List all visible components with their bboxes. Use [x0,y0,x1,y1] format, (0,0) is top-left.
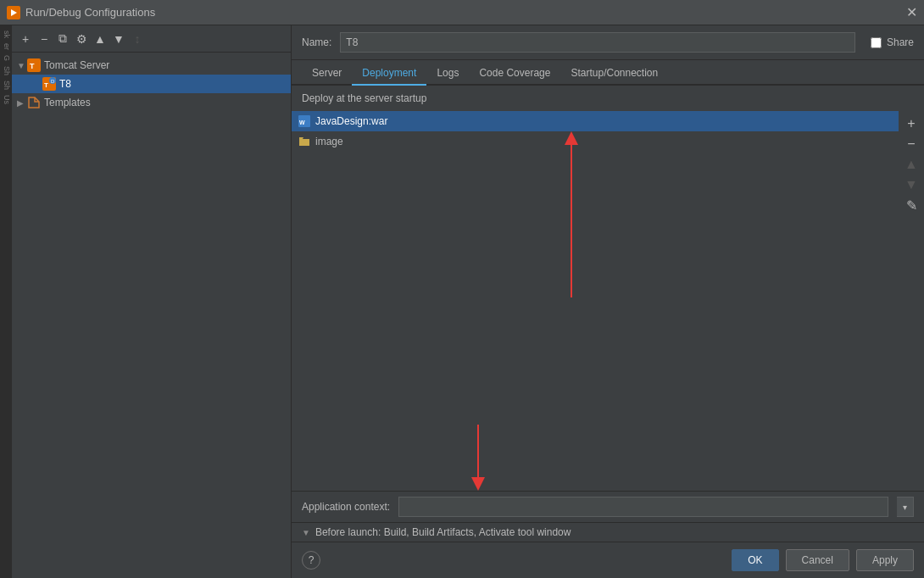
t8-label: T8 [59,78,71,90]
share-checkbox[interactable] [871,37,882,48]
tomcat-server-label: Tomcat Server [44,59,109,71]
deploy-side-buttons: + − ▲ ▼ ✎ [899,111,924,491]
tomcat-icon: T [27,58,41,72]
name-label: Name: [302,36,331,48]
svg-text:T: T [44,81,48,89]
left-strip-label2: er [0,42,12,52]
tab-content: Deploy at the server startup W [292,86,924,542]
tab-logs[interactable]: Logs [426,64,469,86]
add-config-button[interactable]: + [17,31,34,47]
move-down-button[interactable]: ▼ [110,31,127,47]
left-strip-label4: Sh [0,64,12,77]
name-row: Name: Share [292,25,924,60]
tab-code-coverage[interactable]: Code Coverage [469,64,560,86]
left-strip-label3: G [0,53,12,63]
tab-server[interactable]: Server [302,64,352,86]
close-button[interactable]: ✕ [906,6,917,19]
tree-item-templates[interactable]: ▶ Templates [12,93,291,112]
tabs-bar: Server Deployment Logs Code Coverage Sta… [292,60,924,86]
templates-label: Templates [44,97,91,108]
add-artifact-button[interactable]: + [902,114,921,133]
main-container: sk er G Sh Sh Us + − ⧉ ⚙ ▲ ▼ ↕ ▼ T [0,25,924,578]
tree-panel: + − ⧉ ⚙ ▲ ▼ ↕ ▼ T Tomcat Server [12,25,292,578]
title-bar: Run/Debug Configurations ✕ [0,0,924,25]
tab-deployment[interactable]: Deployment [352,64,426,86]
before-launch-label: Before launch: Build, Build Artifacts, A… [315,526,571,538]
dialog-title: Run/Debug Configurations [25,6,155,19]
left-strip: sk er G Sh Sh Us [0,25,12,578]
app-icon [7,6,20,19]
tree-item-t8[interactable]: T D T8 [12,75,291,93]
templates-expand-icon: ▶ [17,98,27,108]
move-up-button[interactable]: ▲ [92,31,109,47]
title-bar-left: Run/Debug Configurations [7,6,155,19]
app-context-input[interactable] [398,497,888,517]
sort-button[interactable]: ↕ [129,31,146,47]
folder-icon [298,136,310,147]
deploy-list-container: W JavaDesign:war [292,111,924,491]
image-label: image [315,136,343,147]
settings-button[interactable]: ⚙ [73,31,90,47]
name-input[interactable] [340,32,855,53]
collapse-icon: ▼ [302,528,310,537]
tab-startup-connection[interactable]: Startup/Connection [560,64,668,86]
left-strip-label6: Us [0,93,12,106]
app-context-row: Application context: ▾ [292,491,924,522]
remove-config-button[interactable]: − [36,31,53,47]
config-tree: ▼ T Tomcat Server T D [12,53,291,578]
deploy-header: Deploy at the server startup [292,86,924,111]
javadesign-label: JavaDesign:war [315,115,387,127]
app-context-label: Application context: [302,501,390,513]
svg-text:W: W [299,119,305,125]
bottom-buttons: ? OK Cancel Apply [292,542,924,578]
templates-icon [27,96,41,109]
war-icon: W [298,115,310,127]
svg-text:T: T [30,62,35,70]
edit-artifact-button[interactable]: ✎ [902,196,921,214]
share-area: Share [871,36,914,48]
cancel-button[interactable]: Cancel [786,549,849,571]
t8-config-icon: T D [42,77,56,91]
deployment-list: W JavaDesign:war [292,111,899,491]
expand-icon: ▼ [17,61,27,70]
ok-button[interactable]: OK [732,549,778,571]
remove-artifact-button[interactable]: − [902,135,921,153]
apply-button[interactable]: Apply [856,549,914,571]
svg-text:D: D [51,79,55,84]
artifact-down-button[interactable]: ▼ [902,175,921,194]
left-strip-label5: Sh [0,79,12,92]
copy-config-button[interactable]: ⧉ [54,31,71,47]
bottom-left: ? [302,551,725,570]
share-label: Share [887,36,914,48]
tree-item-tomcat-server[interactable]: ▼ T Tomcat Server [12,56,291,75]
help-button[interactable]: ? [302,551,320,570]
before-launch-bar[interactable]: ▼ Before launch: Build, Build Artifacts,… [292,522,924,542]
artifact-up-button[interactable]: ▲ [902,155,921,174]
deploy-item-image[interactable]: image [292,131,899,152]
deploy-item-javadesign[interactable]: W JavaDesign:war [292,111,899,131]
deploy-list-wrapper: W JavaDesign:war [292,111,924,491]
tree-toolbar: + − ⧉ ⚙ ▲ ▼ ↕ [12,25,291,53]
right-panel: Name: Share Server Deployment Logs Code … [292,25,924,578]
app-context-dropdown[interactable]: ▾ [897,497,914,517]
left-strip-label: sk [0,29,12,40]
